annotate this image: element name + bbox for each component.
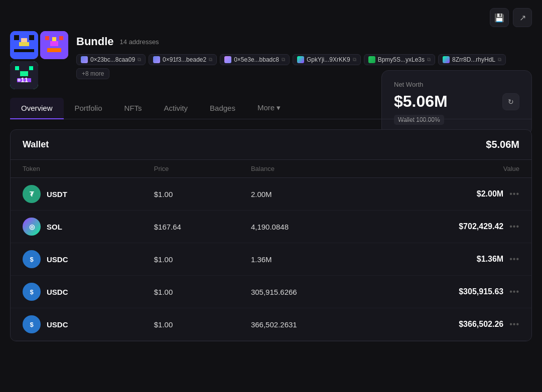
address-display-0: 0×23bc...8caa09 <box>90 56 135 63</box>
col-value: Value <box>371 160 531 178</box>
table-header-row: Token Price Balance Value <box>11 160 531 178</box>
svg-rect-3 <box>14 49 34 52</box>
value-cell-3: $305,915.63 ••• <box>371 276 531 308</box>
tab-activity[interactable]: Activity <box>153 98 199 119</box>
token-cell-0: ₮ USDT <box>11 178 142 211</box>
token-cell-4: $ USDC <box>11 308 142 341</box>
value-text-4: $366,502.26 <box>459 320 503 329</box>
copy-icon-1: ⧉ <box>209 57 212 63</box>
main-content: Overview Portfolio NFTs Activity Badges … <box>0 97 542 341</box>
wallet-total: $5.06M <box>486 139 519 150</box>
table-row: ₮ USDT $1.00 2.00M $2.00M ••• <box>11 178 531 211</box>
svg-rect-4 <box>19 42 29 46</box>
price-cell-0: $1.00 <box>142 178 239 211</box>
wallet-title: Wallet <box>23 139 49 150</box>
avatar-grid: +11 <box>10 31 68 89</box>
avatar-2 <box>40 31 68 59</box>
nav-tabs: Overview Portfolio NFTs Activity Badges … <box>10 97 532 119</box>
table-row: ◎ SOL $167.64 4,190.0848 $702,429.42 ••• <box>11 211 531 243</box>
token-icon-row-sol-1: ◎ <box>23 218 41 236</box>
share-button[interactable]: ↗ <box>513 8 532 27</box>
value-cell-1: $702,429.42 ••• <box>371 211 531 243</box>
address-display-1: 0×91f3...beade2 <box>163 56 206 63</box>
tab-badges[interactable]: Badges <box>199 98 246 119</box>
token-icon-row-usdc-2: $ <box>23 283 41 301</box>
tab-overview[interactable]: Overview <box>10 98 64 119</box>
eth-chain-icon-2 <box>224 56 231 63</box>
value-text-0: $2.00M <box>477 189 503 199</box>
address-display-4: Bpmy5S...yxLe3s <box>378 56 425 63</box>
row-menu-4[interactable]: ••• <box>509 320 519 329</box>
table-row: $ USDC $1.00 366,502.2631 $366,502.26 ••… <box>11 308 531 341</box>
top-bar: 💾 ↗ <box>0 0 542 31</box>
svg-rect-16 <box>20 71 28 76</box>
token-name-1: SOL <box>47 223 62 231</box>
save-button[interactable]: 💾 <box>490 8 509 27</box>
address-tag-2[interactable]: 0×5e3e...bbadc8 ⧉ <box>220 54 290 65</box>
value-cell-0: $2.00M ••• <box>371 178 531 211</box>
bundle-header: +11 Bundle 14 addresses 0×23bc...8caa09 … <box>0 31 542 97</box>
copy-icon-5: ⧉ <box>498 57 501 63</box>
svg-rect-14 <box>29 66 33 70</box>
tab-portfolio[interactable]: Portfolio <box>64 98 113 119</box>
value-text-3: $305,915.63 <box>459 287 503 296</box>
share-icon: ↗ <box>519 13 526 23</box>
tab-nfts[interactable]: NFTs <box>113 98 153 119</box>
svg-rect-2 <box>29 35 34 40</box>
sol-chain-icon-4 <box>368 56 375 63</box>
balance-cell-2: 1.36M <box>239 243 371 276</box>
svg-rect-9 <box>47 48 61 52</box>
value-text-2: $1.36M <box>477 255 503 264</box>
svg-rect-13 <box>15 66 19 70</box>
bundle-title-row: Bundle 14 addresses <box>76 35 532 48</box>
token-name-2: USDC <box>47 255 68 264</box>
tab-more[interactable]: More ▾ <box>246 97 292 119</box>
price-cell-2: $1.00 <box>142 243 239 276</box>
row-menu-0[interactable]: ••• <box>509 189 519 199</box>
svg-rect-5 <box>21 38 27 42</box>
address-display-3: GpkYji...9XrKK9 <box>307 56 350 63</box>
token-name-3: USDC <box>47 288 68 296</box>
value-cell-2: $1.36M ••• <box>371 243 531 276</box>
svg-rect-8 <box>59 36 63 40</box>
price-cell-4: $1.00 <box>142 308 239 341</box>
token-table: Token Price Balance Value ₮ USDT $1.00 2… <box>11 159 531 341</box>
token-name-0: USDT <box>47 190 67 199</box>
copy-icon-0: ⧉ <box>138 57 141 63</box>
table-row: $ USDC $1.00 1.36M $1.36M ••• <box>11 243 531 276</box>
balance-cell-1: 4,190.0848 <box>239 211 371 243</box>
eth-chain-icon-1 <box>153 56 160 63</box>
eth-chain-icon-0 <box>81 56 88 63</box>
address-tag-3[interactable]: GpkYji...9XrKK9 ⧉ <box>293 54 361 65</box>
address-tag-4[interactable]: Bpmy5S...yxLe3s ⧉ <box>364 54 435 65</box>
balance-cell-4: 366,502.2631 <box>239 308 371 341</box>
token-icon-row-usdc-3: $ <box>23 315 41 333</box>
address-tag-1[interactable]: 0×91f3...beade2 ⧉ <box>149 54 217 65</box>
bundle-label: Bundle <box>76 35 114 48</box>
token-cell-3: $ USDC <box>11 276 142 308</box>
more-addresses-badge[interactable]: +8 more <box>76 68 109 79</box>
svg-text:+11: +11 <box>17 76 28 84</box>
token-icon-row-usdc-1: $ <box>23 250 41 268</box>
price-cell-1: $167.64 <box>142 211 239 243</box>
avatar-plus: +11 <box>10 61 38 89</box>
col-price: Price <box>142 160 239 178</box>
token-cell-2: $ USDC <box>11 243 142 276</box>
wallet-section: Wallet $5.06M Token Price Balance Value … <box>10 129 532 341</box>
svg-rect-11 <box>52 37 56 41</box>
wallet-section-header: Wallet $5.06M <box>11 130 531 159</box>
price-cell-3: $1.00 <box>142 276 239 308</box>
row-menu-2[interactable]: ••• <box>509 255 519 264</box>
save-icon: 💾 <box>494 13 504 23</box>
table-row: $ USDC $1.00 305,915.6266 $305,915.63 ••… <box>11 276 531 308</box>
token-name-4: USDC <box>47 320 68 329</box>
row-menu-1[interactable]: ••• <box>509 222 519 231</box>
row-menu-3[interactable]: ••• <box>509 287 519 296</box>
value-cell-4: $366,502.26 ••• <box>371 308 531 341</box>
svg-rect-1 <box>14 35 19 40</box>
balance-cell-3: 305,915.6266 <box>239 276 371 308</box>
balance-cell-0: 2.00M <box>239 178 371 211</box>
address-tag-5[interactable]: 8Zrr8D...rhyHdL ⧉ <box>438 54 506 65</box>
address-tag-0[interactable]: 0×23bc...8caa09 ⧉ <box>76 54 146 65</box>
svg-rect-7 <box>45 36 49 40</box>
